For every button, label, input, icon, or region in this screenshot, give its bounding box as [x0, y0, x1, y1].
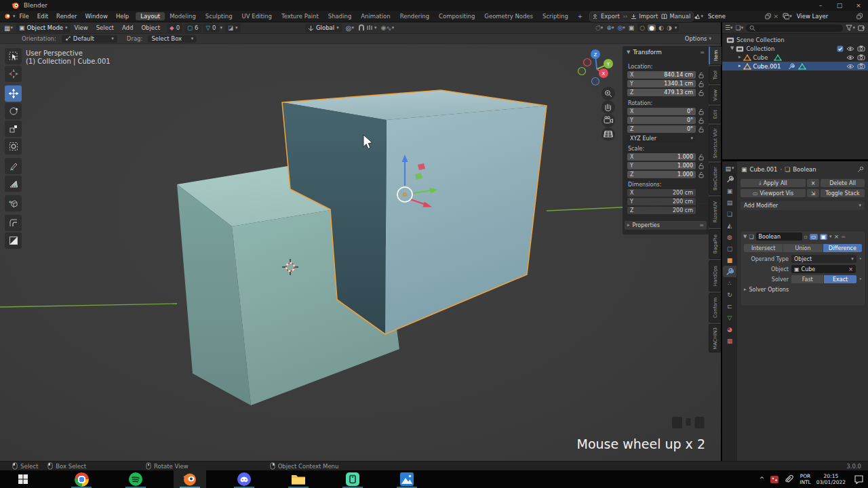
lock-icon[interactable] — [698, 126, 704, 133]
sidebar-tab-shortcut-vur[interactable]: Shortcut VUr — [709, 125, 721, 161]
gizmos-dropdown[interactable]: ⊕▾ — [606, 24, 614, 31]
solver-options-header[interactable]: ▸ Solver Options — [744, 287, 862, 293]
add-workspace-button[interactable]: + — [573, 12, 587, 20]
zoom-view-button[interactable] — [601, 87, 615, 100]
lock-icon[interactable] — [698, 72, 704, 79]
taskbar-app-photos[interactable] — [391, 470, 423, 488]
tray-app-icon-clip[interactable] — [785, 474, 794, 484]
object-clear-icon[interactable]: × — [848, 266, 853, 272]
expand-arrow[interactable]: ▸ — [738, 55, 741, 60]
delete-all-x-icon[interactable]: × — [807, 179, 819, 187]
lock-icon[interactable] — [698, 89, 704, 96]
mirror-options-pill[interactable]: ◪▾ — [225, 24, 241, 33]
dimensions-z-field[interactable]: Z200 cm — [627, 207, 696, 214]
sidebar-tab-edit[interactable]: Edit — [709, 106, 721, 123]
toggle-stack-icon[interactable]: ⇲ — [807, 189, 819, 197]
tab-world[interactable]: ◍ — [723, 231, 736, 243]
expand-arrow[interactable]: ▼ — [730, 46, 734, 51]
close-button[interactable]: × — [849, 0, 868, 11]
blender-menu-icon[interactable] — [4, 13, 13, 20]
toggle-stack-button[interactable]: Toggle Stack — [821, 189, 865, 197]
proportional-edit-dropdown[interactable]: ◉∿▾ — [380, 24, 394, 32]
tray-language-indicator[interactable]: POR INTL — [800, 473, 811, 486]
rotation-x-field[interactable]: X0° — [627, 108, 696, 115]
tab-object[interactable]: ■ — [723, 254, 736, 266]
tab-texture[interactable]: ▦ — [723, 335, 736, 346]
options-dropdown[interactable]: Options▾ — [685, 35, 711, 42]
rotation-mode-dropdown[interactable]: XYZ Euler▾ — [627, 135, 696, 142]
pivot-point-dropdown[interactable]: ◎▾ — [346, 24, 354, 32]
rotation-y-field[interactable]: Y0° — [627, 117, 696, 124]
counter-faces[interactable]: ◆0 — [167, 24, 182, 33]
op-union[interactable]: Union — [783, 244, 823, 252]
pin-icon[interactable] — [857, 166, 864, 173]
viewport-canvas[interactable]: Z Y X Mouse wheel up x 2 — [0, 44, 721, 461]
location-y-field[interactable]: Y1340.1 cm — [627, 80, 696, 87]
sidebar-tab-bagapie[interactable]: BagaPie — [709, 229, 721, 259]
lock-icon[interactable] — [698, 163, 704, 169]
taskbar-app-spotify[interactable] — [119, 470, 152, 488]
outliner-row-cube-001[interactable]: ▸ Cube.001 — [722, 62, 868, 70]
pan-view-button[interactable] — [601, 100, 615, 114]
sidebar-tab-item[interactable]: Item — [709, 46, 722, 65]
outliner-row-scene-collection[interactable]: Scene Collection — [722, 35, 868, 44]
counter-edges[interactable]: ▢6 — [184, 24, 201, 33]
tab-output[interactable]: ▤ — [723, 197, 736, 208]
counter-chevron[interactable]: ▾ — [220, 26, 223, 30]
outliner-search-input[interactable] — [746, 24, 843, 32]
tab-object-data[interactable]: ▽ — [723, 312, 736, 323]
lock-icon[interactable] — [698, 81, 704, 87]
maximize-button[interactable]: □ — [830, 0, 849, 11]
location-z-field[interactable]: Z479.13 cm — [627, 89, 696, 96]
location-x-field[interactable]: X840.14 cm — [627, 71, 696, 79]
properties-subpanel-header[interactable]: ▸ Properties ≡ — [625, 221, 707, 230]
render-toggle-icon[interactable]: ▣ — [820, 234, 828, 240]
delete-all-button[interactable]: Delete All — [821, 179, 865, 187]
start-button[interactable] — [7, 470, 39, 488]
scale-z-field[interactable]: Z1.000 — [627, 171, 696, 178]
sidebar-tab-hardops[interactable]: HardOps — [709, 260, 721, 291]
scene-name-field[interactable]: Scene — [705, 12, 764, 21]
eye-icon[interactable] — [846, 55, 854, 60]
camera-restrict-icon[interactable] — [857, 45, 865, 52]
collapse-chevrons[interactable]: ›› — [623, 14, 627, 20]
lock-icon[interactable] — [698, 154, 704, 161]
expand-arrow[interactable]: ▸ — [738, 64, 741, 68]
action-center-icon[interactable] — [854, 474, 864, 484]
tab-tool[interactable] — [723, 174, 736, 185]
eye-icon[interactable] — [846, 64, 854, 69]
shading-rendered-icon[interactable]: ◑ — [667, 24, 672, 31]
viewport-3d[interactable]: Z Y X Mouse wheel up x 2 User Perspectiv… — [0, 44, 721, 461]
shading-chevron[interactable]: ▾ — [675, 26, 677, 30]
camera-view-button[interactable] — [601, 114, 615, 127]
editor-type-chevron[interactable]: ▾ — [10, 26, 13, 30]
tab-constraints[interactable]: ⊏ — [723, 300, 736, 312]
scene-browse-chevron[interactable]: ▾ — [701, 14, 703, 19]
tool-hardops[interactable] — [5, 232, 22, 249]
menu-edit[interactable]: Edit — [33, 13, 52, 20]
tab-particles[interactable]: ∴ — [723, 277, 736, 289]
modifier-drag-handle[interactable]: ≡ — [841, 234, 846, 240]
taskbar-app-blender[interactable] — [174, 470, 206, 488]
orientation-dropdown[interactable]: Global▾ — [305, 24, 342, 33]
taskbar-app-game-bar[interactable] — [336, 470, 369, 488]
workspace-tab-geometry-nodes[interactable]: Geometry Nodes — [479, 12, 538, 20]
tab-physics[interactable]: ↻ — [723, 289, 736, 300]
taskbar-app-file-explorer[interactable] — [282, 470, 315, 488]
sidebar-tab-rizomuv[interactable]: RizomUV — [709, 197, 721, 228]
camera-restrict-icon[interactable] — [857, 63, 865, 69]
sidebar-tab-boxcutter[interactable]: BoxCutter — [709, 163, 721, 195]
menu-object[interactable]: Object — [137, 24, 164, 31]
tool-select-box[interactable] — [5, 48, 22, 64]
workspace-tab-modeling[interactable]: Modeling — [165, 12, 201, 20]
breadcrumb-object[interactable]: Cube.001 — [750, 166, 778, 173]
workspace-tab-rendering[interactable]: Rendering — [395, 12, 434, 20]
xray-toggle[interactable]: ▣ — [629, 24, 635, 31]
tray-app-icon-red[interactable] — [770, 474, 779, 484]
workspace-tab-animation[interactable]: Animation — [356, 12, 395, 20]
lock-icon[interactable] — [698, 117, 704, 124]
shading-wireframe-icon[interactable]: ○ — [639, 24, 645, 31]
taskbar-app-discord[interactable] — [228, 470, 260, 488]
import-button[interactable]: Import — [631, 13, 658, 20]
sidebar-tab-tool[interactable]: Tool — [709, 66, 721, 84]
